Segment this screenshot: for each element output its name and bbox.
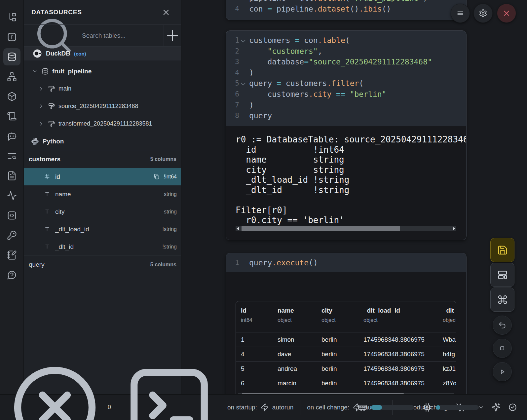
rail-item-tracing[interactable] [3,187,20,204]
table-cell: 5 [236,365,273,372]
schema-icon [48,103,55,110]
rail-item-datasources[interactable] [3,48,20,65]
code-line: 7) [226,100,466,111]
code-cell-3[interactable]: 1query.execute() idint64nameobjectcityob… [226,253,467,417]
code-text: query [249,110,272,121]
column-header-name: _dlt_id [443,307,456,314]
list-search-icon [7,151,17,161]
box-icon [7,92,17,101]
rail-item-file-tree[interactable] [3,9,20,26]
rail-item-functions[interactable] [3,28,20,46]
ai-sparkles-button[interactable] [491,403,500,412]
search-input[interactable] [81,32,164,40]
settings-button[interactable] [473,4,493,23]
table-column-header[interactable]: _dlt_idobject [438,301,456,332]
cell-2-output: r0 := DatabaseTable: source_202504291112… [226,126,466,240]
code-editor-3[interactable]: 1query.execute() [226,253,466,268]
terminal-button[interactable] [120,358,219,420]
table-column-header[interactable]: _dlt_load_idobject [358,301,438,332]
line-number: 8 [226,110,239,121]
code-editor-1[interactable]: 3pipeline = dlt.attach("fruit_pipeline")… [226,0,466,14]
add-datasource-button[interactable] [164,25,181,46]
error-count-button[interactable]: 0 [5,358,111,420]
output-horizontal-scrollbar[interactable] [236,226,456,231]
tree-item-transformed_202504291112283581[interactable]: transformed_202504291112283581 [24,115,181,133]
tree-item-python[interactable]: Python [24,133,181,150]
fold-slot [239,100,247,111]
terminal-icon [120,358,219,420]
rail-item-dependency-graph[interactable] [3,68,20,85]
rail-item-scratchpad[interactable] [3,247,20,264]
runtime-value: autorun [272,404,293,411]
rail-item-help[interactable] [3,266,20,284]
code-text: customers = con.table( [249,35,350,46]
scrollbar-thumb[interactable] [242,226,400,231]
table-column-header[interactable]: cityobject [317,301,358,332]
stop-button[interactable] [493,339,512,358]
memory-usage-fill [371,405,382,410]
code-cell-1[interactable]: 3pipeline = dlt.attach("fruit_pipeline")… [226,0,467,20]
code-line: 8query [226,110,466,121]
rail-item-ai-assistant[interactable] [3,128,20,145]
fold-chevron-icon[interactable] [239,35,247,46]
code-text: query.execute() [249,257,318,268]
table-column-header[interactable]: idint64 [236,301,273,332]
column-header-name: city [321,307,358,314]
line-number: 1 [226,257,239,268]
tree-item-source_202504291112283468[interactable]: source_202504291112283468 [24,97,181,115]
play-icon [498,367,507,376]
code-cell-2[interactable]: 1customers = con.table(2 "customers",3 d… [226,30,467,240]
connection-health-button[interactable] [508,403,517,412]
table-header-query[interactable]: query5 columns [24,255,181,273]
copy-icon[interactable] [153,173,160,180]
scroll-left-arrow-icon[interactable] [237,227,239,230]
tree-item-main[interactable]: main [24,80,181,97]
run-button[interactable] [493,362,512,381]
fold-slot [239,4,247,15]
table-cell: 6 [236,380,273,387]
rail-item-logs[interactable] [3,108,20,125]
table-column-header[interactable]: nameobject [273,301,317,332]
fold-chevron-icon[interactable] [239,78,247,89]
undo-button[interactable] [493,316,512,335]
shutdown-button[interactable] [497,4,516,23]
scroll-right-arrow-icon[interactable] [453,227,455,230]
table-header-row: idint64nameobjectcityobject_dlt_load_ido… [236,301,456,332]
search-box[interactable] [24,25,164,46]
column-row-id[interactable]: id!int64 [24,168,181,185]
code-text: con = pipeline.dataset().ibis() [249,4,391,15]
table-header-customers[interactable]: customers5 columns [24,150,181,168]
code-editor-2[interactable]: 1customers = con.table(2 "customers",3 d… [226,31,466,122]
on-startup-setting[interactable]: on startup:autorun [227,403,293,412]
rail-item-documentation[interactable] [3,167,20,184]
tree-item-fruit_pipeline[interactable]: fruit_pipeline [24,62,181,80]
save-button[interactable] [490,238,514,262]
command-palette-button[interactable] [490,287,514,312]
rail-item-log-search[interactable] [3,147,20,165]
line-number: 4 [226,67,239,78]
table-cell: WbaX [438,336,456,343]
fold-slot [239,67,247,78]
column-row-_dlt_load_id[interactable]: _dlt_load_id!string [24,220,181,238]
scroll-icon [7,111,17,121]
connection-name: DuckDB [46,50,70,57]
line-number: 7 [226,100,239,111]
column-header-dtype: object [443,317,456,323]
rail-item-packages[interactable] [3,88,20,105]
type-icon [44,191,50,197]
column-header-name: name [278,307,317,314]
column-row-name[interactable]: namestring [24,185,181,203]
result-table: idint64nameobjectcityobject_dlt_load_ido… [236,301,456,400]
rail-item-secrets[interactable] [3,227,20,244]
column-row-_dlt_id[interactable]: _dlt_id!string [24,238,181,255]
rail-item-snippets[interactable] [3,207,20,224]
column-header-dtype: int64 [241,317,273,323]
notebook-canvas: 3pipeline = dlt.attach("fruit_pipeline")… [182,0,527,394]
code-line: 6 customers.city == "berlin" [226,89,466,100]
hash-icon [44,173,50,180]
cell-menu-button[interactable] [451,4,470,23]
layout-button[interactable] [490,263,514,287]
close-icon[interactable] [162,8,170,17]
column-row-city[interactable]: citystring [24,203,181,220]
code-line: 2 "customers", [226,46,466,57]
